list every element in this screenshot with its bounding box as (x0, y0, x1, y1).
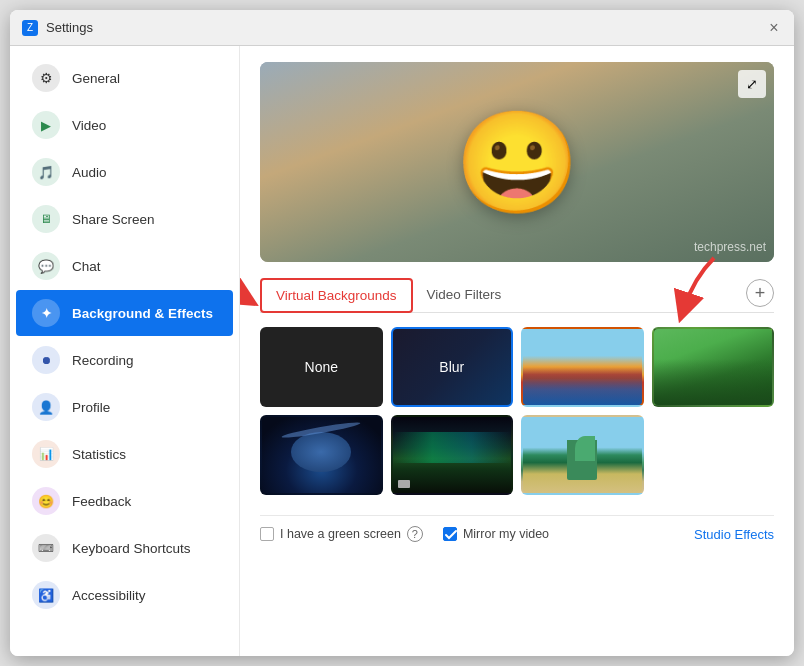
sidebar-label-feedback: Feedback (72, 494, 131, 509)
bg-bridge[interactable] (521, 327, 644, 407)
chat-icon: 💬 (32, 252, 60, 280)
sidebar-item-keyboard-shortcuts[interactable]: ⌨ Keyboard Shortcuts (16, 525, 233, 571)
titlebar: Z Settings × (10, 10, 794, 46)
share-screen-icon: 🖥 (32, 205, 60, 233)
keyboard-shortcuts-icon: ⌨ (32, 534, 60, 562)
audio-icon: 🎵 (32, 158, 60, 186)
titlebar-left: Z Settings (22, 20, 93, 36)
bg-space[interactable] (260, 415, 383, 495)
sidebar-label-general: General (72, 71, 120, 86)
preview-emoji: 😀 (455, 112, 580, 212)
sidebar-label-audio: Audio (72, 165, 107, 180)
general-icon: ⚙ (32, 64, 60, 92)
video-icon: ▶ (32, 111, 60, 139)
background-grid: None Blur (260, 327, 774, 495)
content-area: ⚙ General ▶ Video 🎵 Audio 🖥 (10, 46, 794, 656)
sidebar-item-general[interactable]: ⚙ General (16, 55, 233, 101)
mirror-video-label: Mirror my video (463, 527, 549, 541)
bg-none[interactable]: None (260, 327, 383, 407)
sidebar-label-recording: Recording (72, 353, 134, 368)
statistics-icon: 📊 (32, 440, 60, 468)
mirror-video-checkbox[interactable] (443, 527, 457, 541)
sidebar-item-feedback[interactable]: 😊 Feedback (16, 478, 233, 524)
sidebar-item-accessibility[interactable]: ♿ Accessibility (16, 572, 233, 618)
bg-green[interactable] (652, 327, 775, 407)
sidebar-label-keyboard-shortcuts: Keyboard Shortcuts (72, 541, 191, 556)
green-screen-label: I have a green screen (280, 527, 401, 541)
bg-beach[interactable] (521, 415, 644, 495)
sidebar-label-chat: Chat (72, 259, 101, 274)
sidebar-label-video: Video (72, 118, 106, 133)
sidebar-item-statistics[interactable]: 📊 Statistics (16, 431, 233, 477)
green-screen-checkbox[interactable] (260, 527, 274, 541)
checkmark-icon (444, 528, 458, 542)
sidebar-label-accessibility: Accessibility (72, 588, 146, 603)
main-panel: 😀 ⤢ techpress.net Virtual Backgrounds Vi… (240, 46, 794, 656)
red-arrow-left (240, 243, 265, 323)
bottom-bar: I have a green screen ? Mirror my video … (260, 515, 774, 546)
sidebar-label-statistics: Statistics (72, 447, 126, 462)
fullscreen-button[interactable]: ⤢ (738, 70, 766, 98)
video-preview: 😀 ⤢ techpress.net (260, 62, 774, 262)
bg-aurora[interactable] (391, 415, 514, 495)
accessibility-icon: ♿ (32, 581, 60, 609)
feedback-icon: 😊 (32, 487, 60, 515)
green-screen-row: I have a green screen ? (260, 526, 423, 542)
sidebar-item-share-screen[interactable]: 🖥 Share Screen (16, 196, 233, 242)
sidebar-label-background-effects: Background & Effects (72, 306, 213, 321)
help-icon[interactable]: ? (407, 526, 423, 542)
sidebar-item-recording[interactable]: ⏺ Recording (16, 337, 233, 383)
close-button[interactable]: × (766, 20, 782, 36)
sidebar-label-share-screen: Share Screen (72, 212, 155, 227)
sidebar: ⚙ General ▶ Video 🎵 Audio 🖥 (10, 46, 240, 656)
bg-none-label: None (305, 359, 338, 375)
bg-blur-label: Blur (439, 359, 464, 375)
tab-video-filters[interactable]: Video Filters (413, 279, 516, 312)
tab-virtual-backgrounds[interactable]: Virtual Backgrounds (260, 278, 413, 313)
sidebar-item-video[interactable]: ▶ Video (16, 102, 233, 148)
studio-effects-link[interactable]: Studio Effects (694, 527, 774, 542)
red-arrow-right (654, 248, 734, 318)
profile-icon: 👤 (32, 393, 60, 421)
background-section: Virtual Backgrounds Video Filters + (260, 278, 774, 495)
settings-window: Z Settings × ⚙ General ▶ Video (10, 10, 794, 656)
tabs-section: Virtual Backgrounds Video Filters + (260, 278, 774, 313)
app-icon: Z (22, 20, 38, 36)
sidebar-item-audio[interactable]: 🎵 Audio (16, 149, 233, 195)
sidebar-item-background-effects[interactable]: ✦ Background & Effects (16, 290, 233, 336)
bg-blur[interactable]: Blur (391, 327, 514, 407)
recording-icon: ⏺ (32, 346, 60, 374)
window-title: Settings (46, 20, 93, 35)
mirror-video-row: Mirror my video (443, 527, 549, 541)
background-effects-icon: ✦ (32, 299, 60, 327)
add-background-button[interactable]: + (746, 279, 774, 307)
sidebar-item-profile[interactable]: 👤 Profile (16, 384, 233, 430)
sidebar-label-profile: Profile (72, 400, 110, 415)
sidebar-item-chat[interactable]: 💬 Chat (16, 243, 233, 289)
